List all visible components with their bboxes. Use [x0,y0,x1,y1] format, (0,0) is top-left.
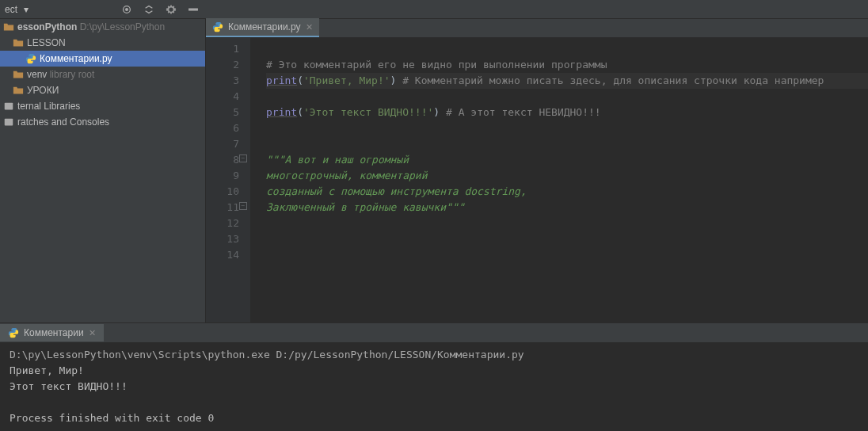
folder-icon [13,85,24,96]
gutter-line: 4 [206,89,239,105]
run-line: Привет, Мир! [10,364,84,376]
gutter-line: 9 [206,168,239,184]
folder-icon [13,69,24,80]
project-tree[interactable]: essonPython D:\py\LessonPython LESSONКом… [0,19,206,322]
python-icon [8,327,19,338]
code-line[interactable] [266,120,868,136]
tree-item-label: УРОКИ [27,85,59,96]
collapse-icon[interactable] [141,2,157,17]
tree-item-label: ternal Libraries [17,101,80,112]
code-line[interactable]: # Это комментарий его не видно при выпол… [266,57,868,73]
editor-tab-label: Комментарии.py [228,21,301,32]
folder-icon [3,21,14,32]
editor-tab[interactable]: Комментарии.py ✕ [206,18,319,37]
run-tab[interactable]: Комментарии ✕ [0,324,104,341]
run-panel: Комментарии ✕ D:\py\LessonPython\venv\Sc… [0,322,868,431]
gutter: 12345678−91011−121314 [206,38,250,322]
code-line[interactable] [266,41,868,57]
gutter-line: 8− [206,152,239,168]
tree-root-path: D:\py\LessonPython [80,21,165,32]
run-exit: Process finished with exit code 0 [10,412,214,424]
code-line[interactable] [266,136,868,152]
gutter-line: 11− [206,200,239,216]
fold-icon[interactable]: − [239,202,247,210]
code-line[interactable] [266,247,868,263]
folder-icon [13,37,24,48]
gutter-line: 3 [206,73,239,89]
code-line[interactable]: """А вот и наш огромный [266,152,868,168]
code-line[interactable]: созданный с помощью инструмента docstrin… [266,184,868,200]
svg-point-1 [126,8,128,10]
code-line[interactable]: Заключенный в тройные кавычки""" [266,200,868,216]
run-output[interactable]: D:\py\LessonPython\venv\Scripts\python.e… [0,342,868,431]
run-command: D:\py\LessonPython\venv\Scripts\python.e… [10,349,524,360]
svg-rect-3 [5,103,13,110]
code-line[interactable]: многострочный, комментарий [266,168,868,184]
locate-icon[interactable] [119,2,135,17]
run-tabs: Комментарии ✕ [0,323,868,342]
python-icon [25,53,36,64]
gutter-line: 1 [206,41,239,57]
run-tab-label: Комментарии [24,327,84,338]
lib-icon [3,116,14,128]
run-line: Этот текст ВИДНО!!! [10,380,128,392]
tree-item[interactable]: LESSON [0,35,205,51]
tree-item-label: Комментарии.py [40,53,112,64]
code-line[interactable]: print('Привет, Мир!') # Комментарий можн… [266,73,868,89]
hide-icon[interactable] [185,2,201,17]
tree-item-label: venv library root [27,69,94,80]
tree-item-label: ratches and Consoles [17,116,109,128]
tree-item[interactable]: ternal Libraries [0,98,205,114]
editor-tab-bar: Комментарии.py ✕ [206,19,868,38]
gutter-line: 6 [206,120,239,136]
code-lines[interactable]: # Это комментарий его не видно при выпол… [250,38,868,322]
gutter-line: 12 [206,216,239,231]
tree-root[interactable]: essonPython D:\py\LessonPython [0,19,205,35]
code-line[interactable]: print('Этот текст ВИДНО!!!') # А этот те… [266,105,868,120]
gear-icon[interactable] [163,2,179,17]
svg-rect-4 [5,119,13,126]
gutter-line: 13 [206,231,239,247]
python-icon [212,21,223,32]
code-editor[interactable]: 12345678−91011−121314 # Это комментарий … [206,38,868,322]
tree-root-name: essonPython [17,21,77,32]
tree-item[interactable]: venv library root [0,67,205,82]
tree-item-label: LESSON [27,37,66,48]
toolbar: ect ▾ [0,0,868,19]
close-icon[interactable]: ✕ [306,22,313,32]
code-line[interactable] [266,216,868,231]
gutter-line: 5 [206,105,239,120]
svg-rect-2 [189,9,198,10]
gutter-line: 10 [206,184,239,200]
tree-item[interactable]: УРОКИ [0,82,205,98]
gutter-line: 7 [206,136,239,152]
code-line[interactable] [266,89,868,105]
dropdown-arrow-icon[interactable]: ▾ [24,4,29,15]
gutter-line: 2 [206,57,239,73]
close-icon[interactable]: ✕ [89,328,96,338]
fold-icon[interactable]: − [239,154,247,162]
tree-item[interactable]: Комментарии.py [0,51,205,67]
editor-area: Комментарии.py ✕ 12345678−91011−121314 #… [206,19,868,322]
gutter-line: 14 [206,247,239,263]
project-label: ect [5,4,17,15]
lib-icon [3,101,14,112]
code-line[interactable] [266,231,868,247]
tree-item[interactable]: ratches and Consoles [0,114,205,130]
